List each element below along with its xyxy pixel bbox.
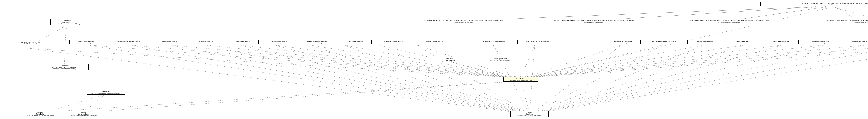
class-abstract-configuration-request-service: AbstractConfigurationRequestService<REQU…: [663, 19, 795, 24]
class-agency-request-service: AgencyRequestServicecom.hack23.cia.servi…: [687, 40, 722, 44]
svg-line-9: [240, 45, 516, 78]
class-name: ApplicationErrorRequestService: [475, 40, 513, 42]
class-pkg: com.hack23.cia.model.api.application.con…: [65, 115, 101, 116]
class-agent-deployment-request-service: AgentDeploymentRequestServicecom.hack23.…: [517, 40, 557, 44]
class-name: ApplicationInfo: [428, 60, 471, 62]
class-login-request-service: LoginRequestServicecom.hack23.cia.servic…: [226, 40, 259, 44]
class-pkg: com.hack23.cia.service.impl.content: [71, 42, 101, 44]
svg-line-53: [40, 81, 514, 112]
stereotype: «interface»: [41, 65, 87, 67]
class-name: ApplicationDataInterfaceFactoryImpl: [41, 67, 87, 68]
class-external-url-request-service: ExternalUrlRequestServicecom.hack23.cia.…: [415, 40, 452, 44]
class-pkg: com.hack23.cia.service.impl.control: [532, 22, 655, 23]
class-pkg: com.hack23.cia.service.impl.configuratio…: [645, 42, 683, 44]
class-name: PartyRequestService: [843, 40, 868, 42]
class-name: UserData: [512, 113, 547, 115]
class-name: AbstractMonitorRequestService<REQUEST ex…: [803, 20, 868, 22]
class-pkg: com.hack23.cia.service.impl.configuratio…: [689, 42, 721, 44]
class-pkg: com.hack23.cia.web.api.config.die.wit.fa…: [52, 23, 84, 25]
class-name: AgencyRequestService: [689, 40, 721, 42]
class-abstract-monitor-request-service: AbstractMonitorRequestService<REQUEST ex…: [802, 19, 868, 24]
class-name: AbstractConfigurationRequestService<REQU…: [664, 20, 794, 22]
svg-line-46: [462, 7, 812, 21]
class-pkg: com.hack23.cia.service.impl.common: [762, 4, 868, 6]
class-name: ApplicationRequestService: [376, 40, 410, 42]
class-pkg: com.hack23.cia.service.impl.content: [154, 42, 185, 44]
class-abstract-control-request-service: AbstractControlRequestService<REQUEST ex…: [531, 19, 656, 24]
svg-line-48: [729, 7, 826, 21]
class-name: AgentDeploymentRequestService: [519, 40, 556, 42]
class-name: AbstractGenericService<REQUEST extends c…: [762, 2, 868, 4]
class-name: LanguageData: [65, 113, 101, 115]
class-pkg: com.hack23.cia.service.impl.common: [484, 60, 516, 61]
svg-line-37: [531, 45, 663, 114]
class-pkg: com.hack23.cia.service.impl.monitoring: [803, 22, 868, 23]
class-pkg: com.hack23.cia.service.impl.content: [416, 42, 450, 44]
class-language-request-service: LanguageRequestServicecom.hack23.cia.ser…: [606, 40, 641, 44]
interface-user-data: «interface» UserData com.hack23.cia.mode…: [510, 111, 549, 117]
svg-line-22: [526, 45, 825, 78]
svg-line-43: [531, 45, 868, 114]
class-pkg: com.hack23.cia.web.service.die.wit.facto…: [41, 68, 87, 70]
svg-line-29: [274, 45, 529, 114]
class-pkg: com.hack23.cia.service.impl.content: [190, 42, 221, 44]
class-parliament-member-request-service: ParliamentMemberRequestServicecom.hack23…: [106, 40, 149, 44]
svg-line-16: [521, 45, 535, 78]
svg-line-40: [531, 45, 783, 114]
svg-line-49: [837, 7, 858, 21]
class-user-request-service: UserRequestServicecom.hack23.cia.service…: [189, 40, 222, 44]
class-user-session-dto: UserSessionDto com.hack23.cia.service.ap…: [503, 77, 538, 82]
svg-line-6: [128, 45, 529, 114]
class-name: ExternalUrlRequestService: [416, 40, 450, 42]
svg-line-31: [344, 45, 529, 114]
svg-line-39: [531, 45, 745, 114]
stereotype: «interface»: [52, 20, 84, 22]
class-pkg: com.hack23.cia.service.impl.configuratio…: [664, 22, 794, 23]
class-pkg: com.hack23.cia.service.impl.events: [475, 42, 513, 44]
class-name: LanguageRequestService: [607, 40, 639, 42]
class-name: RegisterUserRequestService: [300, 40, 334, 42]
class-logout-request-service: LogoutRequestServicecom.hack23.cia.servi…: [339, 40, 372, 44]
class-name: UserSessionDto: [505, 78, 537, 80]
class-pkg: com.hack23.cia.service.impl.common: [803, 42, 837, 44]
class-pkg: com.hack23.cia.web.impl.ui.factory: [13, 43, 49, 45]
class-search-request-service: SearchRequestServicecom.hack23.cia.servi…: [69, 40, 102, 44]
class-user-session: UserSession com.hack23.cia.model.impl.ap…: [87, 90, 125, 94]
class-name: AbstractEventRequestService<REQUEST exte…: [404, 20, 523, 22]
svg-line-27: [205, 45, 529, 114]
svg-line-19: [526, 45, 705, 78]
stereotype: «interface»: [65, 111, 101, 113]
interface-portal-data: «interface» PortalData com.hack23.cia.mo…: [21, 111, 59, 117]
class-monitor-request-service: MonitorRequestServicecom.hack23.cia.serv…: [764, 40, 799, 44]
svg-line-17: [524, 45, 621, 78]
class-name: SearchRequestService: [71, 40, 101, 42]
svg-line-44: [531, 45, 868, 114]
class-name: UserSession: [88, 91, 124, 92]
class-party-request-service: PartyRequestServicecom.hack23.cia.servic…: [842, 40, 868, 44]
svg-line-38: [531, 45, 705, 114]
class-application-request-service: ApplicationRequestServicecom.hack23.cia.…: [375, 40, 411, 44]
class-pkg: com.hack23.cia.model.impl.application.ad…: [88, 92, 124, 94]
class-pkg: com.hack23.cia.service.impl.content: [264, 42, 294, 44]
svg-line-25: [526, 45, 868, 78]
class-name: MonitorRequestService: [765, 40, 797, 42]
svg-line-56: [45, 95, 102, 112]
class-name: ApplicationManagerImpl: [803, 40, 837, 42]
class-name: TopListRequestService: [264, 40, 294, 42]
class-name: PortalData: [22, 113, 58, 115]
svg-line-26: [170, 45, 529, 114]
class-language-content-request-service: LanguageContentRequestServicecom.hack23.…: [644, 40, 684, 44]
svg-line-50: [833, 7, 868, 41]
class-pkg: com.hack23.cia.service.impl.monitoring: [765, 42, 797, 44]
class-name: BallotRequestService: [154, 40, 185, 42]
class-name: ApplicationModelFactoryImpl: [13, 41, 49, 43]
stereotype: «interface»: [428, 58, 471, 60]
svg-line-24: [526, 45, 868, 78]
class-name: ParliamentMemberRequestService: [107, 40, 148, 42]
class-application-manager-impl: ApplicationManagerImplcom.hack23.cia.ser…: [802, 40, 838, 44]
class-ballot-request-service: BallotRequestServicecom.hack23.cia.servi…: [153, 40, 186, 44]
class-application-model-factory-impl: ApplicationModelFactoryImpl com.hack23.c…: [12, 41, 50, 45]
class-name: UserRequestService: [190, 40, 221, 42]
class-pkg: com.hack23.cia.service.impl.control: [519, 42, 556, 44]
class-pkg: com.hack23.cia.service.api.dto.common: [505, 80, 537, 81]
